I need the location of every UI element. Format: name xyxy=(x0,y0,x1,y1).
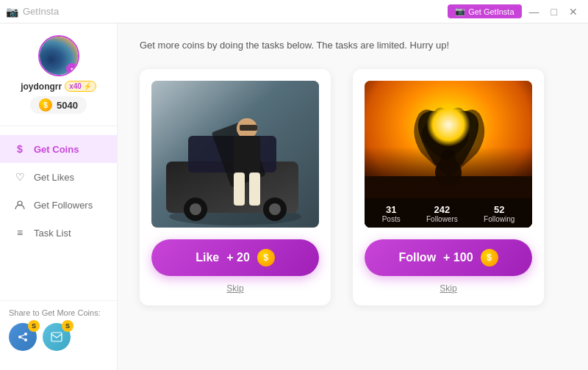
task-cards: Like + 20 $ Skip xyxy=(140,69,566,305)
followers-number: 242 xyxy=(434,204,451,215)
avatar-dropdown-icon: ▾ xyxy=(66,63,78,75)
close-button[interactable]: ✕ xyxy=(564,4,582,19)
sidebar-item-get-followers[interactable]: Get Followers xyxy=(0,191,117,219)
followers-stat: 242 Followers xyxy=(426,204,458,223)
svg-rect-18 xyxy=(234,173,245,206)
posts-label: Posts xyxy=(382,215,401,223)
share-label: Share to Get More Coins: xyxy=(9,308,108,317)
like-card: Like + 20 $ Skip xyxy=(140,69,331,305)
svg-point-23 xyxy=(435,158,462,187)
svg-rect-6 xyxy=(51,333,62,341)
like-button[interactable]: Like + 20 $ xyxy=(151,239,319,276)
posts-number: 31 xyxy=(386,204,396,215)
like-coin-icon: $ xyxy=(257,249,275,266)
svg-rect-17 xyxy=(234,136,260,176)
svg-line-4 xyxy=(20,334,26,337)
multiplier-badge: x40 ⚡ xyxy=(65,81,96,92)
sidebar-item-get-coins[interactable]: $ Get Coins xyxy=(0,135,117,163)
follow-card: 31 Posts 242 Followers 52 Following xyxy=(353,69,544,305)
share-email-badge: S xyxy=(62,320,74,332)
like-card-image xyxy=(151,81,319,228)
followers-label: Followers xyxy=(426,215,458,223)
fashion-image xyxy=(151,81,319,228)
app-body: ▾ joydongrr x40 ⚡ $ 5040 $ Get Coins ♡ xyxy=(0,23,588,370)
nav-menu: $ Get Coins ♡ Get Likes Get Followers ≡ … xyxy=(0,126,117,300)
avatar[interactable]: ▾ xyxy=(38,35,79,76)
profile-stats: 31 Posts 242 Followers 52 Following xyxy=(365,198,532,228)
following-stat: 52 Following xyxy=(484,204,514,223)
maximize-button[interactable]: □ xyxy=(547,4,562,19)
page-description: Get more coins by doing the tasks below.… xyxy=(140,38,566,53)
get-coins-icon: $ xyxy=(13,142,26,156)
coin-icon: $ xyxy=(39,98,52,112)
following-number: 52 xyxy=(494,204,504,215)
follow-coin-icon: $ xyxy=(481,249,498,266)
svg-point-14 xyxy=(190,203,201,215)
username: joydongrr xyxy=(21,81,62,92)
profile-section: ▾ joydongrr x40 ⚡ $ 5040 xyxy=(0,35,117,126)
app-icon: 📷 xyxy=(6,6,18,18)
follow-skip-link[interactable]: Skip xyxy=(440,283,456,294)
task-list-icon: ≡ xyxy=(13,226,26,239)
getinsta-button[interactable]: 📷 Get GetInsta xyxy=(448,4,521,18)
coins-row: $ 5040 xyxy=(30,96,87,114)
getinsta-icon: 📷 xyxy=(455,7,465,16)
coin-count: 5040 xyxy=(57,100,78,111)
share-buttons: S S xyxy=(9,323,108,351)
title-bar: 📷 GetInsta 📷 Get GetInsta — □ ✕ xyxy=(0,0,588,23)
title-bar-left: 📷 GetInsta xyxy=(6,6,59,18)
share-section: Share to Get More Coins: S xyxy=(0,300,117,358)
sidebar-item-get-likes[interactable]: ♡ Get Likes xyxy=(0,163,117,191)
posts-stat: 31 Posts xyxy=(382,204,401,223)
sidebar: ▾ joydongrr x40 ⚡ $ 5040 $ Get Coins ♡ xyxy=(0,23,118,370)
app-title: GetInsta xyxy=(23,6,59,17)
following-label: Following xyxy=(484,215,514,223)
svg-rect-19 xyxy=(249,173,260,206)
svg-rect-20 xyxy=(240,125,257,131)
svg-point-15 xyxy=(269,203,281,215)
like-skip-link[interactable]: Skip xyxy=(226,283,243,294)
minimize-button[interactable]: — xyxy=(525,4,544,19)
follow-button[interactable]: Follow + 100 $ xyxy=(365,239,532,276)
share-link-button[interactable]: S xyxy=(9,323,37,351)
share-email-button[interactable]: S xyxy=(43,323,71,351)
svg-line-5 xyxy=(20,337,26,340)
title-bar-right: 📷 Get GetInsta — □ ✕ xyxy=(448,4,582,19)
follow-card-image: 31 Posts 242 Followers 52 Following xyxy=(365,81,532,228)
get-likes-icon: ♡ xyxy=(13,170,26,184)
username-row: joydongrr x40 ⚡ xyxy=(21,81,96,92)
sidebar-item-task-list[interactable]: ≡ Task List xyxy=(0,219,117,247)
share-link-badge: S xyxy=(28,320,40,332)
main-content: Get more coins by doing the tasks below.… xyxy=(118,23,588,370)
get-followers-icon xyxy=(13,198,26,211)
svg-point-24 xyxy=(441,149,456,167)
